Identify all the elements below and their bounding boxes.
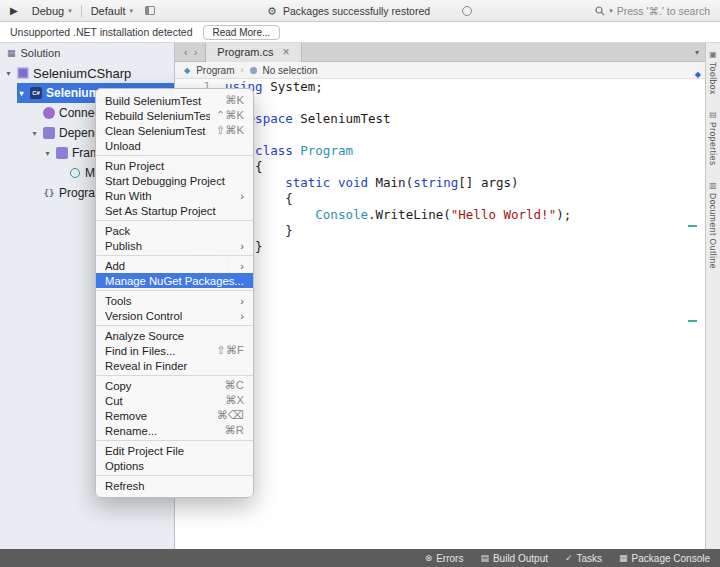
warning-bar: Unsupported .NET installation detected R… xyxy=(0,22,720,43)
close-icon[interactable]: × xyxy=(283,46,290,58)
menu-separator xyxy=(96,325,253,326)
menu-item-shortcut: ⇧⌘K xyxy=(216,124,244,137)
code-area[interactable]: 1using System;23namespace SeleniumTest4{… xyxy=(175,79,705,549)
code-line: 7 static void Main(string[] args) xyxy=(175,175,705,191)
statusbar-item-errors[interactable]: ⊗Errors xyxy=(425,553,464,564)
search-field[interactable]: ▾ Press '⌘.' to search xyxy=(595,5,710,17)
menu-item-manage-nuget-packages[interactable]: Manage NuGet Packages... xyxy=(96,273,253,288)
change-marker xyxy=(688,320,697,322)
expander-icon[interactable]: ▾ xyxy=(4,69,13,78)
menu-item-label: Refresh xyxy=(105,480,244,492)
menu-item-label: Run Project xyxy=(105,160,244,172)
dock-tab-document-outline[interactable]: ▥Document Outline xyxy=(708,181,718,269)
menu-item-shortcut: ⌘⌫ xyxy=(217,409,244,422)
target-label: Default xyxy=(91,5,126,17)
chevron-down-icon: ▾ xyxy=(68,7,72,15)
document-outline-icon: ▥ xyxy=(709,181,717,190)
debug-config-dropdown[interactable]: Debug ▾ xyxy=(32,5,72,17)
menu-item-label: Options xyxy=(105,460,244,472)
menu-item-refresh[interactable]: Refresh xyxy=(96,478,253,493)
menu-item-rebuild-seleniumtest[interactable]: Rebuild SeleniumTest⌃⌘K xyxy=(96,108,253,123)
code-line: 5 class Program xyxy=(175,143,705,159)
code-line: 12} xyxy=(175,255,705,271)
change-marker xyxy=(688,225,697,227)
tab-program-cs[interactable]: Program.cs × xyxy=(205,43,301,62)
menu-item-publish[interactable]: Publish› xyxy=(96,238,253,253)
menu-item-unload[interactable]: Unload xyxy=(96,138,253,153)
tree-item-seleniumcsharp[interactable]: ▾SeleniumCSharp xyxy=(4,63,174,83)
code-line: 4{ xyxy=(175,127,705,143)
target-dropdown[interactable]: Default ▾ xyxy=(91,5,133,17)
statusbar-item-package-console[interactable]: ▦Package Console xyxy=(619,553,710,564)
search-placeholder: Press '⌘.' to search xyxy=(617,5,710,17)
code-text: static void Main(string[] args) xyxy=(225,175,519,191)
menu-item-edit-project-file[interactable]: Edit Project File xyxy=(96,443,253,458)
tab-nav-forward-icon[interactable]: › xyxy=(191,46,201,58)
menu-item-label: Set As Startup Project xyxy=(105,205,244,217)
solution-icon xyxy=(17,67,29,79)
menu-item-add[interactable]: Add› xyxy=(96,258,253,273)
status-circle-icon[interactable] xyxy=(462,6,472,16)
menu-item-build-seleniumtest[interactable]: Build SeleniumTest⌘K xyxy=(96,93,253,108)
tab-list-chevron-icon[interactable]: ▾ xyxy=(695,48,705,57)
menu-item-shortcut: ⌘C xyxy=(225,379,244,392)
menu-item-label: Build SeleniumTest xyxy=(105,95,219,107)
read-more-button[interactable]: Read More... xyxy=(203,25,281,40)
menu-item-clean-seleniumtest[interactable]: Clean SeleniumTest⇧⌘K xyxy=(96,123,253,138)
menu-item-shortcut: ⌘X xyxy=(225,394,244,407)
menu-item-find-in-files[interactable]: Find in Files...⇧⌘F xyxy=(96,343,253,358)
run-button[interactable]: ▶ xyxy=(10,5,18,16)
menu-item-start-debugging-project[interactable]: Start Debugging Project xyxy=(96,173,253,188)
dock-tab-label: Properties xyxy=(708,122,718,166)
connected-icon xyxy=(43,107,55,119)
statusbar-item-build-output[interactable]: ▤Build Output xyxy=(480,553,548,564)
expander-icon[interactable]: ▾ xyxy=(43,149,52,158)
menu-separator xyxy=(96,155,253,156)
menu-item-label: Version Control xyxy=(105,310,234,322)
breadcrumb-item-program[interactable]: Program xyxy=(196,65,234,76)
menu-item-label: Manage NuGet Packages... xyxy=(105,275,244,287)
menu-item-remove[interactable]: Remove⌘⌫ xyxy=(96,408,253,423)
expander-icon[interactable]: ▾ xyxy=(17,89,26,98)
gear-icon: ⚙ xyxy=(267,5,277,18)
submenu-arrow-icon: › xyxy=(240,295,244,307)
dock-tab-toolbox[interactable]: ▣Toolbox xyxy=(708,50,718,95)
menu-item-analyze-source[interactable]: Analyze Source xyxy=(96,328,253,343)
menu-item-options[interactable]: Options xyxy=(96,458,253,473)
menu-item-reveal-in-finder[interactable]: Reveal in Finder xyxy=(96,358,253,373)
menu-item-set-as-startup-project[interactable]: Set As Startup Project xyxy=(96,203,253,218)
menu-item-tools[interactable]: Tools› xyxy=(96,293,253,308)
code-line: 2 xyxy=(175,95,705,111)
menu-item-copy[interactable]: Copy⌘C xyxy=(96,378,253,393)
menu-item-pack[interactable]: Pack xyxy=(96,223,253,238)
menu-item-run-project[interactable]: Run Project xyxy=(96,158,253,173)
chevron-down-icon: ▾ xyxy=(130,7,134,15)
frameworks-icon xyxy=(56,147,68,159)
menu-item-cut[interactable]: Cut⌘X xyxy=(96,393,253,408)
menu-item-version-control[interactable]: Version Control› xyxy=(96,308,253,323)
menu-item-run-with[interactable]: Run With› xyxy=(96,188,253,203)
menu-item-label: Run With xyxy=(105,190,234,202)
code-line: 8 { xyxy=(175,191,705,207)
statusbar-item-tasks[interactable]: ✓Tasks xyxy=(565,553,602,564)
ide-window: ▶ Debug ▾ Default ▾ ⚙ Packages successfu… xyxy=(0,0,720,567)
namespace-diamond-icon: ◆ xyxy=(184,66,190,75)
statusbar-item-label: Tasks xyxy=(577,553,603,564)
main-toolbar: ▶ Debug ▾ Default ▾ ⚙ Packages successfu… xyxy=(0,0,720,22)
menu-item-label: Add xyxy=(105,260,234,272)
menu-item-label: Rebuild SeleniumTest xyxy=(105,110,210,122)
warning-message: Unsupported .NET installation detected xyxy=(10,26,193,38)
menu-item-shortcut: ⇧⌘F xyxy=(216,344,244,357)
menu-item-label: Unload xyxy=(105,140,244,152)
dock-tab-properties[interactable]: ▤Properties xyxy=(708,110,718,166)
notification-text: Packages successfully restored xyxy=(283,5,430,17)
layout-icon[interactable] xyxy=(145,6,155,15)
code-line: 9 Console.WriteLine("Hello World!"); xyxy=(175,207,705,223)
breadcrumb-item-selection[interactable]: No selection xyxy=(263,65,318,76)
menu-item-rename[interactable]: Rename...⌘R xyxy=(96,423,253,438)
menu-separator xyxy=(96,255,253,256)
code-line: 10 } xyxy=(175,223,705,239)
expander-icon[interactable]: ▾ xyxy=(30,129,39,138)
tab-nav-back-icon[interactable]: ‹ xyxy=(181,46,191,58)
debug-config-label: Debug xyxy=(32,5,64,17)
